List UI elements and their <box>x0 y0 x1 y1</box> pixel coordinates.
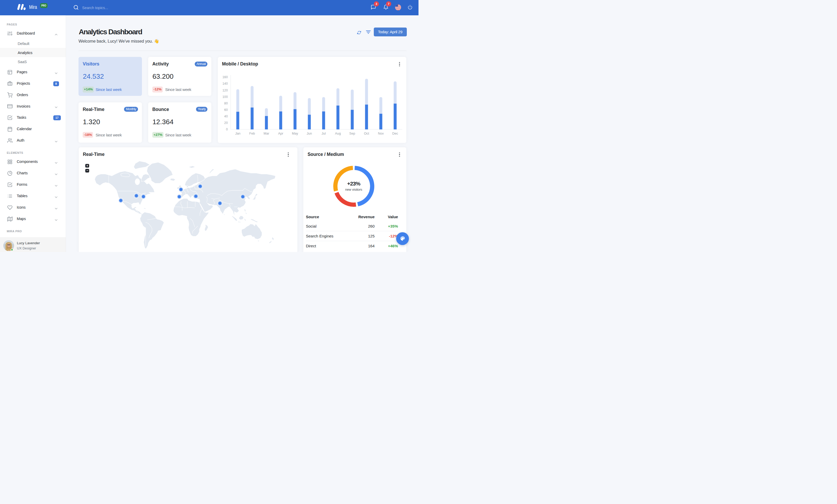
svg-text:Mar: Mar <box>264 132 269 136</box>
svg-text:Apr: Apr <box>278 132 283 136</box>
svg-text:Jul: Jul <box>322 132 326 136</box>
svg-text:Dec: Dec <box>392 132 398 136</box>
svg-text:0: 0 <box>226 128 228 131</box>
svg-text:Oct: Oct <box>364 132 369 136</box>
svg-text:80: 80 <box>224 101 228 105</box>
svg-text:140: 140 <box>222 82 228 86</box>
svg-text:Nov: Nov <box>378 132 384 136</box>
svg-text:May: May <box>292 132 298 136</box>
svg-text:20: 20 <box>224 121 228 125</box>
svg-text:100: 100 <box>222 95 228 99</box>
svg-text:40: 40 <box>224 115 228 118</box>
svg-text:Jan: Jan <box>235 132 240 136</box>
svg-text:Aug: Aug <box>335 132 340 136</box>
svg-text:160: 160 <box>222 75 228 79</box>
svg-text:60: 60 <box>224 108 228 112</box>
svg-text:Jun: Jun <box>306 132 311 136</box>
svg-text:Sep: Sep <box>349 132 355 136</box>
svg-text:Feb: Feb <box>249 132 255 136</box>
svg-text:120: 120 <box>222 89 228 92</box>
